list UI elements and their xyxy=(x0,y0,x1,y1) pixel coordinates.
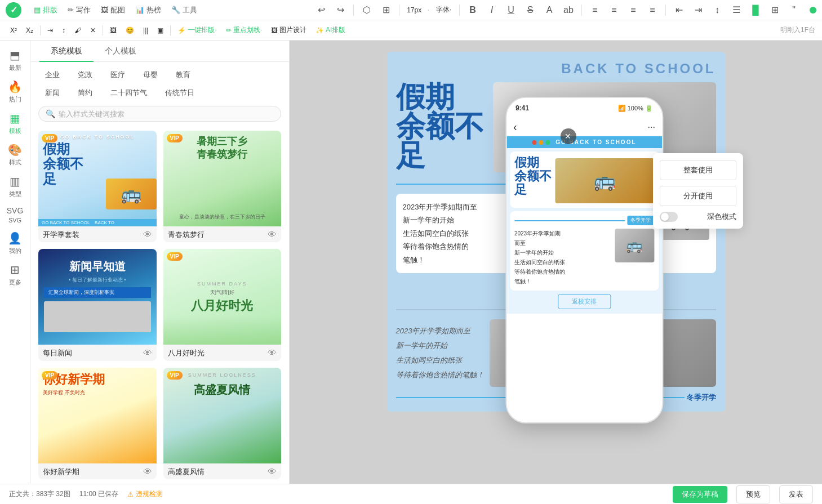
filter-muying[interactable]: 母婴 xyxy=(136,68,165,82)
spacing-btn[interactable]: ↕ xyxy=(59,23,69,38)
dark-mode-toggle[interactable] xyxy=(660,212,678,222)
search-input[interactable] xyxy=(59,110,274,118)
align-right-btn[interactable]: ≡ xyxy=(625,2,641,18)
nav-gongju[interactable]: 🔧 工具 xyxy=(167,3,202,17)
filter-dangzheng[interactable]: 党政 xyxy=(71,68,99,82)
filter-yiliao[interactable]: 医疗 xyxy=(104,68,132,82)
phone-title: 假期余额不足 xyxy=(514,156,552,203)
nav-rebang[interactable]: 📊 热榜 xyxy=(131,3,166,17)
image-design-btn[interactable]: 🖼 图片设计 xyxy=(268,23,310,38)
left-panel: 系统模板 个人模板 企业 党政 医疗 母婴 教育 新闻 简约 二十四节气 传统节… xyxy=(30,41,290,484)
sidebar-item-wode[interactable]: 👤 我的 xyxy=(2,228,28,258)
app-logo[interactable]: ✓ xyxy=(6,2,21,18)
emoji-btn[interactable]: 😊 xyxy=(122,23,137,38)
align-btn[interactable]: ≡ xyxy=(587,2,603,18)
template-card-5[interactable]: 你好新学期 美好学程 不负时光 VIP 你好新学期 👁 xyxy=(38,368,157,479)
list-btn[interactable]: ☰ xyxy=(728,2,744,18)
table-btn[interactable]: ⊞ xyxy=(767,2,783,18)
preview-eye-4[interactable]: 👁 xyxy=(268,348,277,358)
filter-xinwen[interactable]: 新闻 xyxy=(38,86,66,100)
emphasis-btn[interactable]: ✏ 重点划线· xyxy=(223,23,265,38)
italic-btn[interactable]: I xyxy=(484,2,500,18)
card-footer-3: 每日新闻 👁 xyxy=(38,345,157,360)
template-card-3[interactable]: 新闻早知道 • 每日了解最新行业动态 • 汇聚全球新闻，深度剖析事实 每日新闻 … xyxy=(38,249,157,360)
text-box-btn[interactable]: ab xyxy=(561,2,576,18)
sidebar-item-remen[interactable]: 🔥 热门 xyxy=(2,77,28,107)
sidebar-item-leixing[interactable]: ▥ 类型 xyxy=(2,171,28,202)
close-btn[interactable]: ✕ xyxy=(560,128,576,144)
filter-jiaoyu[interactable]: 教育 xyxy=(169,68,197,82)
template-card-4[interactable]: SUMMER DAYS 天|气|晴|好 八月好时光 VIP 八月好时光 👁 xyxy=(163,249,282,360)
sidebar-item-yangshi[interactable]: 🎨 样式 xyxy=(2,140,28,170)
clear-format-btn[interactable]: ✕ xyxy=(87,23,99,38)
align-justify-btn[interactable]: ≡ xyxy=(645,2,660,18)
canvas-lower-text: 2023年开学季如期而至 新一学年的开始 生活如同空白的纸张 等待着你饱含热情的… xyxy=(396,324,484,382)
filter-24jieqi[interactable]: 二十四节气 xyxy=(104,86,154,100)
ai-paiban-btn[interactable]: ✨ AI排版 xyxy=(312,23,349,38)
nav-paiban[interactable]: ▦ 排版 xyxy=(29,3,62,17)
tab-personal[interactable]: 个人模板 xyxy=(94,41,148,62)
redo-btn[interactable]: ↪ xyxy=(332,2,348,18)
template-card-1[interactable]: GO BACK TO SCHOOL 假期余额不足 🚌 GO BACK TO SC… xyxy=(38,131,157,242)
time-saved: 11:00 已保存 xyxy=(79,489,118,499)
nav-peitu[interactable]: 🖼 配图 xyxy=(96,3,130,17)
st-sep2 xyxy=(103,25,103,35)
preview-eye-1[interactable]: 👁 xyxy=(143,230,152,240)
paint-btn[interactable]: 🖌 xyxy=(71,23,85,38)
violation-badge[interactable]: ⚠ 违规检测 xyxy=(127,489,163,499)
sidebar-item-gengduo[interactable]: ⊞ 更多 xyxy=(2,260,28,290)
tab-system[interactable]: 系统模板 xyxy=(39,41,94,62)
split-use-btn[interactable]: 分开使用 xyxy=(660,186,736,206)
top-toolbar: ✓ ▦ 排版 ✏ 写作 🖼 配图 📊 热榜 🔧 工具 ↩ ↪ ⬡ ⊞ 17px … xyxy=(0,0,822,20)
filter-qiye[interactable]: 企业 xyxy=(38,68,66,82)
sep3 xyxy=(459,5,460,16)
undo-btn[interactable]: ↩ xyxy=(313,2,329,18)
publish-btn[interactable]: 发表 xyxy=(779,485,813,503)
screen-btn[interactable]: ▣ xyxy=(154,23,167,38)
preview-eye-3[interactable]: 👁 xyxy=(143,348,152,358)
sidebar-item-svg[interactable]: SVG SVG xyxy=(2,203,28,227)
font-family[interactable]: 字体· xyxy=(433,4,454,16)
text-color-btn[interactable]: A xyxy=(541,2,557,18)
preview-eye-6[interactable]: 👁 xyxy=(268,467,277,477)
card-footer-5: 你好新学期 👁 xyxy=(38,463,157,479)
filter-jianyue[interactable]: 简约 xyxy=(71,86,99,100)
indent-btn2[interactable]: ⇥ xyxy=(44,23,56,38)
sidebar-item-zuixin[interactable]: ⬒ 最新 xyxy=(2,45,28,75)
template-card-6[interactable]: SUMMER LOOLNESS 高盛夏风情 VIP 高盛夏风情 👁 xyxy=(163,368,282,479)
onekey-paiban-btn[interactable]: ⚡ 一键排版· xyxy=(174,23,220,38)
barcode-btn[interactable]: ||| xyxy=(140,23,152,38)
line-height-btn[interactable]: ↕ xyxy=(709,2,725,18)
font-size[interactable]: 17px xyxy=(405,6,424,14)
insert-image-btn[interactable]: 🖼 xyxy=(106,23,120,38)
strikethrough-btn[interactable]: S xyxy=(522,2,538,18)
quote-btn[interactable]: " xyxy=(786,2,802,18)
card-footer-6: 高盛夏风情 👁 xyxy=(163,463,282,479)
subscript-btn[interactable]: X₂ xyxy=(23,23,37,38)
shape-btn[interactable]: ⬡ xyxy=(359,2,375,18)
card-footer-2: 青春筑梦行 👁 xyxy=(163,226,282,242)
layer-btn[interactable]: ⊞ xyxy=(378,2,394,18)
bold-btn[interactable]: B xyxy=(465,2,481,18)
left-sidebar: ⬒ 最新 🔥 热门 ▦ 模板 🎨 样式 ▥ 类型 SVG SVG 👤 我的 ⊞ xyxy=(0,41,30,484)
superscript-btn[interactable]: X² xyxy=(7,23,20,38)
preview-btn[interactable]: 预览 xyxy=(736,485,770,503)
search-bar: 🔍 xyxy=(38,106,281,122)
sep1 xyxy=(353,5,354,16)
save-draft-btn[interactable]: 保存为草稿 xyxy=(673,486,727,503)
sidebar-item-muban[interactable]: ▦ 模板 xyxy=(2,108,28,139)
phone-return-btn[interactable]: 返校安排 xyxy=(558,294,611,309)
align-center-btn[interactable]: ≡ xyxy=(606,2,622,18)
color-block-btn[interactable]: █ xyxy=(748,2,763,18)
nav-xiezuo[interactable]: ✏ 写作 xyxy=(63,3,95,17)
preview-eye-5[interactable]: 👁 xyxy=(143,467,152,477)
preview-eye-2[interactable]: 👁 xyxy=(268,230,277,240)
indent-btn[interactable]: ⇤ xyxy=(671,2,687,18)
full-use-btn[interactable]: 整套使用 xyxy=(660,160,736,180)
underline-btn[interactable]: U xyxy=(503,2,519,18)
template-card-2[interactable]: 暑期三下乡青春筑梦行 童心，是淡淡的绿意，在三下乡的日子 VIP 青春筑梦行 👁 xyxy=(163,131,282,242)
word-count: 正文共：383字 32图 xyxy=(9,489,70,499)
outdent-btn[interactable]: ⇥ xyxy=(690,2,706,18)
st-sep1 xyxy=(40,25,41,35)
filter-chuantongjieri[interactable]: 传统节日 xyxy=(158,86,201,100)
